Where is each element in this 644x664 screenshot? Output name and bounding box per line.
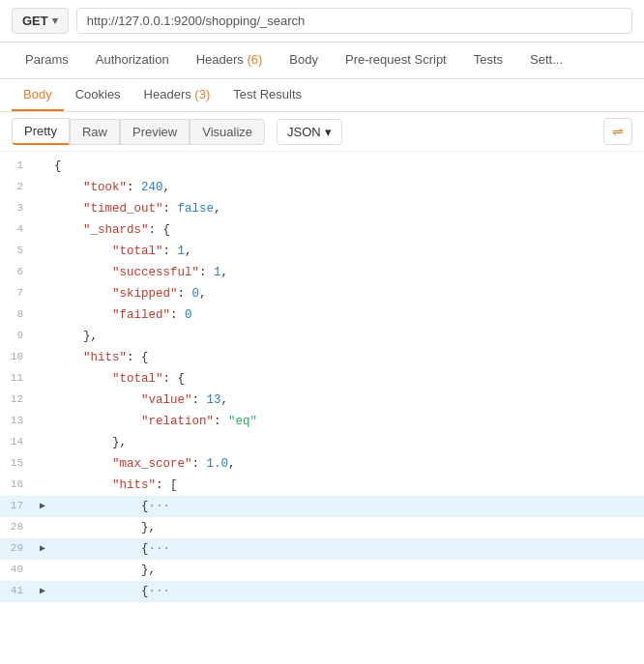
line-content: "total": 1, bbox=[50, 241, 644, 262]
format-preview[interactable]: Preview bbox=[120, 119, 190, 145]
line-number: 28 bbox=[0, 517, 35, 538]
line-content: {··· bbox=[50, 538, 644, 560]
line-arrow bbox=[35, 432, 50, 453]
line-number: 5 bbox=[0, 241, 35, 262]
json-line-29: 29 ▶ {··· bbox=[0, 538, 644, 560]
line-content: "successful": 1, bbox=[50, 262, 644, 283]
line-number: 40 bbox=[0, 560, 35, 581]
line-content: "max_score": 1.0, bbox=[50, 453, 644, 475]
method-select[interactable]: GET ▾ bbox=[12, 8, 69, 34]
json-line-10: 10 "hits": { bbox=[0, 347, 644, 368]
tab-response-body[interactable]: Body bbox=[12, 79, 64, 111]
line-content: "relation": "eq" bbox=[50, 411, 644, 432]
headers-badge: (6) bbox=[247, 52, 262, 67]
url-bar: GET ▾ bbox=[0, 0, 644, 43]
json-line-12: 12 "value": 13, bbox=[0, 390, 644, 411]
line-arrow bbox=[35, 368, 50, 390]
response-tabs: Body Cookies Headers (3) Test Results bbox=[0, 79, 644, 112]
json-chevron-icon: ▾ bbox=[325, 125, 332, 139]
line-content: "took": 240, bbox=[50, 177, 644, 198]
line-content: "skipped": 0, bbox=[50, 283, 644, 304]
line-number: 12 bbox=[0, 390, 35, 411]
tab-tests[interactable]: Tests bbox=[460, 43, 516, 78]
filter-icon[interactable]: ⇌ bbox=[603, 118, 632, 145]
format-visualize[interactable]: Visualize bbox=[190, 119, 265, 145]
line-arrow bbox=[35, 156, 50, 177]
line-number: 15 bbox=[0, 453, 35, 475]
json-type-label: JSON bbox=[287, 125, 321, 139]
json-line-7: 7 "skipped": 0, bbox=[0, 283, 644, 304]
line-arrow bbox=[35, 475, 50, 496]
tab-response-cookies[interactable]: Cookies bbox=[64, 79, 132, 111]
json-type-select[interactable]: JSON ▾ bbox=[277, 119, 342, 145]
json-content: 1 { 2 "took": 240, 3 "timed_out": false,… bbox=[0, 152, 644, 606]
line-arrow bbox=[35, 241, 50, 262]
line-number: 10 bbox=[0, 347, 35, 368]
line-arrow bbox=[35, 411, 50, 432]
json-line-40: 40 }, bbox=[0, 560, 644, 581]
json-line-5: 5 "total": 1, bbox=[0, 241, 644, 262]
line-arrow bbox=[35, 517, 50, 538]
line-content: "total": { bbox=[50, 368, 644, 390]
format-pretty[interactable]: Pretty bbox=[12, 118, 70, 145]
line-number: 16 bbox=[0, 475, 35, 496]
line-content: {··· bbox=[50, 496, 644, 517]
line-arrow bbox=[35, 262, 50, 283]
format-raw[interactable]: Raw bbox=[70, 119, 120, 145]
json-line-1: 1 { bbox=[0, 156, 644, 177]
tab-prerequest[interactable]: Pre-request Script bbox=[332, 43, 460, 78]
method-label: GET bbox=[22, 14, 48, 28]
line-number: 11 bbox=[0, 368, 35, 390]
tab-params[interactable]: Params bbox=[12, 43, 82, 78]
line-content: { bbox=[50, 156, 644, 177]
collapse-arrow-29[interactable]: ▶ bbox=[35, 538, 50, 560]
line-content: {··· bbox=[50, 581, 644, 602]
tab-authorization[interactable]: Authorization bbox=[82, 43, 183, 78]
line-arrow bbox=[35, 219, 50, 241]
json-line-28: 28 }, bbox=[0, 517, 644, 538]
line-number: 7 bbox=[0, 283, 35, 304]
line-content: }, bbox=[50, 432, 644, 453]
json-line-2: 2 "took": 240, bbox=[0, 177, 644, 198]
line-number: 29 bbox=[0, 538, 35, 560]
line-arrow bbox=[35, 177, 50, 198]
url-input[interactable] bbox=[76, 8, 632, 34]
line-arrow bbox=[35, 347, 50, 368]
line-number: 9 bbox=[0, 326, 35, 347]
top-tabs: Params Authorization Headers (6) Body Pr… bbox=[0, 43, 644, 79]
line-content: }, bbox=[50, 560, 644, 581]
json-line-41: 41 ▶ {··· bbox=[0, 581, 644, 602]
tab-response-headers[interactable]: Headers (3) bbox=[132, 79, 222, 111]
line-content: "failed": 0 bbox=[50, 304, 644, 326]
line-arrow bbox=[35, 390, 50, 411]
line-number: 13 bbox=[0, 411, 35, 432]
line-arrow bbox=[35, 304, 50, 326]
line-arrow bbox=[35, 453, 50, 475]
line-content: }, bbox=[50, 326, 644, 347]
json-line-3: 3 "timed_out": false, bbox=[0, 198, 644, 219]
line-arrow bbox=[35, 326, 50, 347]
tab-settings[interactable]: Sett... bbox=[516, 43, 576, 78]
collapse-arrow-41[interactable]: ▶ bbox=[35, 581, 50, 602]
format-bar: Pretty Raw Preview Visualize JSON ▾ ⇌ bbox=[0, 112, 644, 152]
json-line-11: 11 "total": { bbox=[0, 368, 644, 390]
line-content: "timed_out": false, bbox=[50, 198, 644, 219]
line-number: 17 bbox=[0, 496, 35, 517]
collapse-arrow-17[interactable]: ▶ bbox=[35, 496, 50, 517]
tab-headers[interactable]: Headers (6) bbox=[183, 43, 277, 78]
line-content: "hits": [ bbox=[50, 475, 644, 496]
json-line-17: 17 ▶ {··· bbox=[0, 496, 644, 517]
tab-body[interactable]: Body bbox=[276, 43, 332, 78]
line-arrow bbox=[35, 560, 50, 581]
json-line-8: 8 "failed": 0 bbox=[0, 304, 644, 326]
response-headers-badge: (3) bbox=[194, 87, 210, 101]
tab-test-results[interactable]: Test Results bbox=[221, 79, 313, 111]
json-line-14: 14 }, bbox=[0, 432, 644, 453]
json-line-4: 4 "_shards": { bbox=[0, 219, 644, 241]
line-arrow bbox=[35, 198, 50, 219]
line-arrow bbox=[35, 283, 50, 304]
chevron-down-icon: ▾ bbox=[52, 14, 58, 27]
line-number: 41 bbox=[0, 581, 35, 602]
line-number: 8 bbox=[0, 304, 35, 326]
line-content: "hits": { bbox=[50, 347, 644, 368]
